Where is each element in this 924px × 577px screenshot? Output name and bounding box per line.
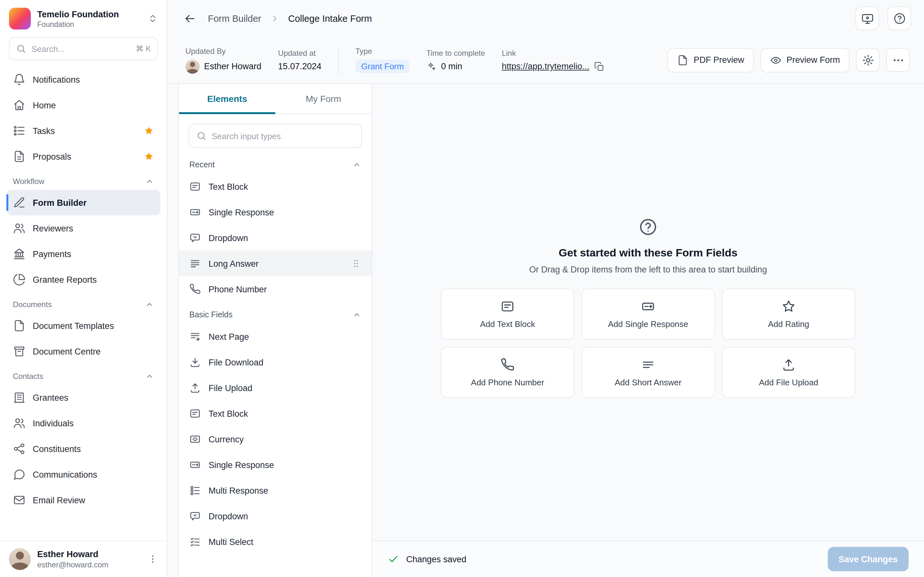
sidebar-item-label: Grantee Reports xyxy=(33,275,97,284)
type-group: Type Grant Form xyxy=(355,47,410,73)
sidebar-item-label: Constituents xyxy=(33,444,81,454)
chevron-up-icon xyxy=(145,300,154,309)
star-icon[interactable] xyxy=(144,151,154,161)
form-link[interactable]: https://app.trytemelio... xyxy=(502,61,590,71)
element-item-multi-select[interactable]: Multi Select xyxy=(179,529,372,554)
element-item-currency[interactable]: Currency xyxy=(179,426,372,452)
sidebar-item-proposals[interactable]: Proposals xyxy=(6,143,160,169)
global-search-input[interactable] xyxy=(31,44,131,53)
element-item-multi-response[interactable]: Multi Response xyxy=(179,478,372,503)
section-header-documents[interactable]: Documents xyxy=(0,292,167,313)
element-item-single-response[interactable]: Single Response xyxy=(179,199,372,225)
sidebar-item-reviewers[interactable]: Reviewers xyxy=(6,215,160,241)
drag-handle-icon[interactable] xyxy=(351,258,361,269)
element-item-dropdown[interactable]: Dropdown xyxy=(179,503,372,529)
element-item-phone-number[interactable]: Phone Number xyxy=(179,276,372,302)
org-switcher[interactable]: Temelio Foundation Foundation xyxy=(0,0,167,36)
sidebar-item-home[interactable]: Home xyxy=(6,92,160,118)
sidebar-item-tasks[interactable]: Tasks xyxy=(6,118,160,143)
currency-icon xyxy=(189,434,201,445)
preview-form-button[interactable]: Preview Form xyxy=(760,48,850,72)
element-item-text-block[interactable]: Text Block xyxy=(179,401,372,426)
single-response-icon xyxy=(641,300,655,314)
group-header-recent[interactable]: Recent xyxy=(179,152,372,174)
add-short-answer-card[interactable]: Add Short Answer xyxy=(582,347,715,398)
group-header-basic-fields[interactable]: Basic Fields xyxy=(179,302,372,324)
section-label: Documents xyxy=(13,300,52,309)
add-single-response-card[interactable]: Add Single Response xyxy=(582,288,715,340)
element-item-file-download[interactable]: File Download xyxy=(179,350,372,375)
help-button[interactable] xyxy=(887,6,911,30)
add-text-block-card[interactable]: Add Text Block xyxy=(441,288,574,340)
sidebar-section-documents: Document Templates Document Centre xyxy=(0,313,167,364)
tab-my-form[interactable]: My Form xyxy=(275,84,372,113)
sidebar-item-notifications[interactable]: Notifications xyxy=(6,67,160,92)
sidebar-item-individuals[interactable]: Individuals xyxy=(6,410,160,436)
grantees-icon xyxy=(13,391,26,404)
save-changes-button[interactable]: Save Changes xyxy=(827,547,909,571)
empty-state-title: Get started with these Form Fields xyxy=(559,247,737,259)
sidebar-section-workflow: Form Builder Reviewers Payments Grantee … xyxy=(0,190,167,292)
input-types-search[interactable] xyxy=(189,124,362,148)
sidebar-item-label: Document Centre xyxy=(33,347,101,356)
sidebar-item-document-centre[interactable]: Document Centre xyxy=(6,338,160,364)
document-centre-icon xyxy=(13,345,26,358)
element-item-long-answer[interactable]: Long Answer xyxy=(179,251,372,276)
sidebar-item-grantees[interactable]: Grantees xyxy=(6,385,160,410)
add-rating-card[interactable]: Add Rating xyxy=(722,288,855,340)
breadcrumb-parent[interactable]: Form Builder xyxy=(208,13,261,23)
user-menu[interactable]: Esther Howard esther@howard.com xyxy=(0,540,167,577)
sidebar-item-document-templates[interactable]: Document Templates xyxy=(6,313,160,338)
updated-by-avatar xyxy=(186,59,200,73)
sidebar-item-label: Document Templates xyxy=(33,321,114,330)
sidebar-item-payments[interactable]: Payments xyxy=(6,241,160,267)
sidebar: Temelio Foundation Foundation ⌘ K Notifi… xyxy=(0,0,168,577)
search-shortcut: ⌘ K xyxy=(136,44,151,53)
add-phone-number-card[interactable]: Add Phone Number xyxy=(441,347,574,398)
element-item-file-upload[interactable]: File Upload xyxy=(179,375,372,401)
section-header-contacts[interactable]: Contacts xyxy=(0,364,167,385)
pdf-preview-button[interactable]: PDF Preview xyxy=(667,48,754,72)
save-status-text: Changes saved xyxy=(406,554,467,564)
copy-icon[interactable] xyxy=(594,61,604,71)
sidebar-item-constituents[interactable]: Constituents xyxy=(6,436,160,462)
sidebar-nav: Notifications Home Tasks Proposals xyxy=(0,67,167,169)
element-item-text-block[interactable]: Text Block xyxy=(179,174,372,199)
search-icon xyxy=(16,44,26,54)
form-settings-button[interactable] xyxy=(856,48,880,72)
single-response-icon xyxy=(189,206,201,218)
sidebar-item-communications[interactable]: Communications xyxy=(6,462,160,487)
star-icon[interactable] xyxy=(144,126,154,136)
empty-state: Get started with these Form Fields Or Dr… xyxy=(441,218,855,398)
sidebar-item-form-builder[interactable]: Form Builder xyxy=(6,190,160,215)
add-file-upload-card[interactable]: Add File Upload xyxy=(722,347,855,398)
chevron-right-icon xyxy=(270,13,280,23)
element-label: Multi Response xyxy=(208,486,268,495)
back-button[interactable] xyxy=(180,9,200,28)
more-options-button[interactable] xyxy=(886,48,910,72)
save-status: Changes saved xyxy=(388,553,467,565)
element-label: Dropdown xyxy=(208,511,248,521)
element-label: Dropdown xyxy=(208,233,248,243)
element-item-single-response[interactable]: Single Response xyxy=(179,452,372,478)
sidebar-item-email-review[interactable]: Email Review xyxy=(6,487,160,513)
sidebar-item-grantee-reports[interactable]: Grantee Reports xyxy=(6,267,160,292)
card-label: Add Single Response xyxy=(608,319,688,329)
tab-elements[interactable]: Elements xyxy=(179,84,275,113)
input-types-search-input[interactable] xyxy=(212,131,354,141)
element-item-dropdown[interactable]: Dropdown xyxy=(179,225,372,251)
link-label: Link xyxy=(502,48,604,57)
canvas-drop-area[interactable]: Get started with these Form Fields Or Dr… xyxy=(372,84,924,540)
present-preview-button[interactable] xyxy=(855,6,879,30)
sidebar-item-label: Reviewers xyxy=(33,223,73,233)
dots-vertical-icon[interactable] xyxy=(148,554,158,564)
section-header-workflow[interactable]: Workflow xyxy=(0,169,167,190)
card-label: Add Phone Number xyxy=(471,378,544,387)
element-item-next-page[interactable]: Next Page xyxy=(179,324,372,350)
global-search[interactable]: ⌘ K xyxy=(9,37,158,60)
updated-by-label: Updated By xyxy=(186,47,262,55)
document-icon xyxy=(677,54,688,66)
chevron-up-icon xyxy=(352,160,361,169)
home-icon xyxy=(13,99,26,111)
chevrons-up-down-icon xyxy=(148,13,158,24)
